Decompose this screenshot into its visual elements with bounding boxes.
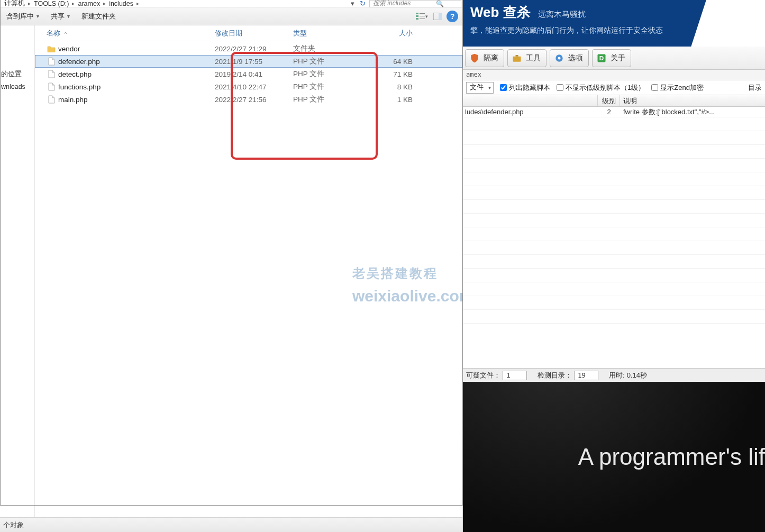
dirs-label: 检测目录： <box>538 371 572 380</box>
file-row[interactable]: vendor2022/2/27 21:29文件夹 <box>35 42 462 55</box>
chevron-right-icon: ▸ <box>102 1 107 6</box>
file-name: detect.php <box>58 70 215 78</box>
sort-arrow-icon: ^ <box>65 31 67 36</box>
file-name: defender.php <box>58 58 215 66</box>
column-header-type[interactable]: 类型 <box>293 29 371 38</box>
logo-icon: D <box>596 52 607 64</box>
file-type: PHP 文件 <box>293 95 371 104</box>
file-name: vendor <box>58 45 215 53</box>
address-bar: 计算机 ▸ TOOLS (D:) ▸ aramex ▸ includes ▸ ▾… <box>0 0 462 7</box>
checkbox-low-level[interactable]: 不显示低级别脚本（1级） <box>557 83 645 93</box>
scanner-status-bar: 可疑文件： 1 检测目录： 19 用时: 0.14秒 <box>463 368 765 382</box>
share-button[interactable]: 共享 ▼ <box>45 7 76 25</box>
result-path: ludes\defender.php <box>463 108 598 116</box>
filetype-dropdown[interactable]: 文件 <box>466 82 494 94</box>
nav-item[interactable]: 的位置 <box>0 68 34 81</box>
empty-row <box>463 227 765 241</box>
crumb-drive[interactable]: TOOLS (D:) <box>32 0 71 7</box>
file-date: 2022/2/27 21:29 <box>215 45 293 53</box>
empty-row <box>463 159 765 172</box>
app-description: 擎，能追查更为隐藏的后门行为，让你网站运行于安全状态 <box>470 26 758 35</box>
view-mode-button[interactable]: ▾ <box>415 11 429 22</box>
tools-button[interactable]: 工具 <box>507 49 547 67</box>
column-header-level[interactable]: 级别 <box>598 95 620 106</box>
address-dropdown-icon[interactable]: ▾ <box>348 0 357 7</box>
svg-rect-2 <box>416 18 418 20</box>
column-header-path[interactable] <box>463 95 598 106</box>
help-icon[interactable]: ? <box>447 11 458 22</box>
file-name: main.php <box>58 96 215 104</box>
scan-path-display: amex <box>463 70 765 80</box>
checkbox-hidden-scripts[interactable]: 列出隐藏脚本 <box>500 83 550 93</box>
checkbox-zend[interactable]: 显示Zend加密 <box>651 83 704 93</box>
column-header-size[interactable]: 大小 <box>371 29 422 38</box>
navigation-pane[interactable]: 的位置 wnloads <box>0 25 35 517</box>
file-row[interactable]: detect.php2019/2/14 0:41PHP 文件71 KB <box>35 68 462 80</box>
explorer-window: 计算机 ▸ TOOLS (D:) ▸ aramex ▸ includes ▸ ▾… <box>0 0 463 532</box>
svg-rect-4 <box>420 16 425 16</box>
empty-row <box>463 186 765 200</box>
chevron-right-icon: ▸ <box>27 1 32 6</box>
crumb-computer[interactable]: 计算机 <box>2 0 27 8</box>
file-type: PHP 文件 <box>293 69 371 79</box>
results-header: 级别 说明 <box>463 95 765 107</box>
column-header-name[interactable]: 名称 ^ <box>47 29 215 38</box>
file-icon <box>47 57 56 66</box>
preview-pane-button[interactable] <box>431 11 444 22</box>
file-date: 2019/2/14 0:41 <box>215 70 293 78</box>
empty-row <box>463 172 765 186</box>
file-row[interactable]: defender.php2021/1/9 17:55PHP 文件64 KB <box>35 55 462 68</box>
file-date: 2022/2/27 21:56 <box>215 96 293 104</box>
app-subtitle: 远离木马骚扰 <box>538 10 586 20</box>
empty-row <box>463 117 765 131</box>
empty-row <box>463 200 765 214</box>
scan-options-bar: 文件 列出隐藏脚本 不显示低级别脚本（1级） 显示Zend加密 目录 <box>463 80 765 95</box>
empty-row <box>463 214 765 227</box>
result-desc: fwrite 参数:["blocked.txt","#>... <box>620 107 765 117</box>
empty-row <box>463 296 765 310</box>
file-name: functions.php <box>58 83 215 91</box>
scanner-toolbar: 隔离 工具 选项 D 关于 <box>463 47 765 70</box>
svg-rect-0 <box>416 13 418 14</box>
chevron-down-icon: ▼ <box>35 14 40 19</box>
file-row[interactable]: functions.php2021/4/10 22:47PHP 文件8 KB <box>35 80 462 93</box>
time-value: 0.14秒 <box>627 371 647 380</box>
app-title: Web 查杀 <box>470 3 531 22</box>
empty-row <box>463 241 765 255</box>
result-level: 2 <box>598 108 620 116</box>
isolate-button[interactable]: 隔离 <box>465 49 504 67</box>
column-header-desc[interactable]: 说明 <box>620 96 765 106</box>
refresh-icon[interactable]: ↻ <box>357 0 368 7</box>
promo-text: A programmer's lif <box>578 444 765 470</box>
chevron-right-icon: ▸ <box>71 1 76 6</box>
results-grid[interactable]: ludes\defender.php2fwrite 参数:["blocked.t… <box>463 107 765 368</box>
include-in-library-button[interactable]: 含到库中 ▼ <box>1 7 45 25</box>
result-row[interactable]: ludes\defender.php2fwrite 参数:["blocked.t… <box>463 107 765 117</box>
file-row[interactable]: main.php2022/2/27 21:56PHP 文件1 KB <box>35 93 462 106</box>
shield-icon <box>469 52 480 64</box>
options-button[interactable]: 选项 <box>550 49 589 67</box>
svg-rect-7 <box>439 13 442 20</box>
about-button[interactable]: D 关于 <box>592 49 631 67</box>
folder-icon <box>47 44 56 53</box>
search-placeholder: 搜索 includes <box>370 0 415 8</box>
empty-row <box>463 145 765 159</box>
chevron-right-icon: ▸ <box>135 1 140 6</box>
nav-item[interactable]: wnloads <box>0 81 34 93</box>
breadcrumb[interactable]: 计算机 ▸ TOOLS (D:) ▸ aramex ▸ includes ▸ <box>0 0 348 8</box>
search-icon[interactable]: 🔍 <box>415 0 461 7</box>
file-size: 1 KB <box>371 96 422 104</box>
explorer-toolbar: 含到库中 ▼ 共享 ▼ 新建文件夹 ▾ ? <box>0 7 462 25</box>
crumb-folder-2[interactable]: includes <box>107 0 135 7</box>
column-headers: 名称 ^ 修改日期 类型 大小 <box>35 25 462 41</box>
chevron-down-icon: ▼ <box>66 14 71 19</box>
status-bar: 个对象 <box>0 517 462 532</box>
directory-label: 目录 <box>748 83 762 93</box>
file-icon <box>47 69 56 79</box>
crumb-folder-1[interactable]: aramex <box>76 0 102 7</box>
svg-rect-5 <box>420 19 425 19</box>
new-folder-button[interactable]: 新建文件夹 <box>76 7 121 25</box>
file-type: 文件夹 <box>293 44 371 53</box>
search-input[interactable]: 搜索 includes 🔍 <box>369 0 461 7</box>
column-header-date[interactable]: 修改日期 <box>215 29 293 38</box>
